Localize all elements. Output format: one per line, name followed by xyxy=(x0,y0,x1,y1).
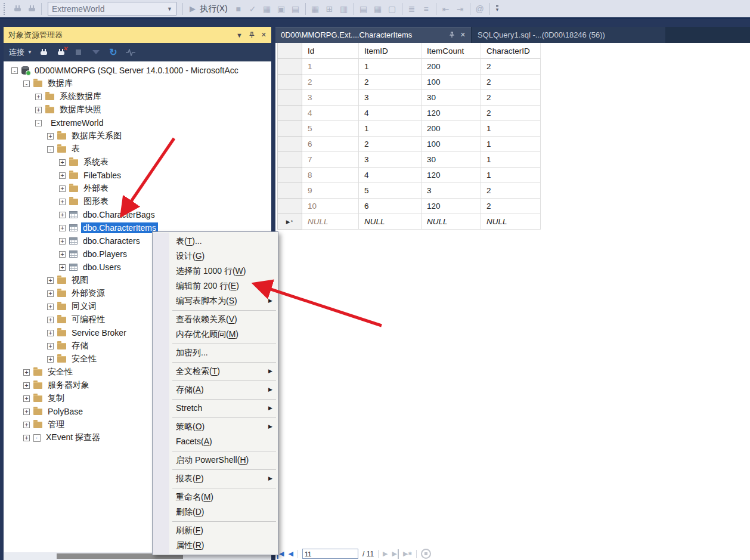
row-selector[interactable] xyxy=(277,137,302,152)
expand-toggle[interactable]: + xyxy=(23,422,30,428)
context-menu-item[interactable]: 全文检索(T)▶ xyxy=(153,364,278,379)
grid-cell[interactable]: 2 xyxy=(481,75,541,90)
tree-item[interactable]: +数据库快照 xyxy=(4,103,271,116)
change-connection-icon[interactable] xyxy=(24,2,39,16)
grid-cell[interactable]: 30 xyxy=(422,90,481,106)
toolbar-grip[interactable] xyxy=(4,3,8,15)
column-header[interactable]: ItemID xyxy=(359,43,422,59)
grid-cell[interactable]: 10 xyxy=(302,199,359,214)
tree-item[interactable]: +dbo.CharacterBags xyxy=(4,208,271,221)
grid-cell[interactable]: 2 xyxy=(481,59,541,75)
grid-cell[interactable]: 2 xyxy=(359,75,422,90)
grid-cell[interactable]: 2 xyxy=(302,75,359,90)
context-menu-item[interactable]: 策略(O)▶ xyxy=(153,419,278,434)
context-menu-item[interactable]: 内存优化顾问(M) xyxy=(153,327,278,342)
tree-item[interactable]: +系统表 xyxy=(4,156,271,169)
grid-cell[interactable]: 1 xyxy=(481,168,541,183)
row-selector[interactable] xyxy=(277,152,302,168)
context-menu-item[interactable]: 加密列... xyxy=(153,345,278,360)
context-menu-item[interactable]: Facets(A) xyxy=(153,434,278,449)
context-menu-item[interactable]: 重命名(M) xyxy=(153,490,278,505)
grid-cell[interactable]: 4 xyxy=(302,106,359,121)
include-actual-plan-icon[interactable]: ▦ xyxy=(308,2,323,16)
live-query-statistics-icon[interactable]: ⊞ xyxy=(323,2,337,16)
grid-cell[interactable]: 3 xyxy=(359,152,422,168)
expand-toggle[interactable]: + xyxy=(59,238,66,245)
context-menu-item[interactable]: 刷新(F) xyxy=(153,523,278,538)
row-selector[interactable] xyxy=(277,90,302,106)
last-record-button[interactable]: ▶ xyxy=(392,549,399,559)
connect-dropdown-button[interactable]: 连接 ▼ xyxy=(9,47,32,58)
tree-item[interactable]: -0D00\MMORPG (SQL Server 14.0.1000 - Mic… xyxy=(4,64,271,77)
expand-toggle[interactable]: + xyxy=(59,185,66,192)
expand-toggle[interactable]: + xyxy=(59,159,66,166)
grid-cell[interactable]: 8 xyxy=(302,168,359,183)
pin-icon[interactable] xyxy=(449,32,455,38)
grid-cell[interactable]: 5 xyxy=(359,183,422,199)
disconnect-icon[interactable]: ✕ xyxy=(56,47,67,58)
grid-cell[interactable]: NULL xyxy=(481,214,541,230)
grid-cell[interactable]: 100 xyxy=(422,75,481,90)
grid-cell[interactable]: 200 xyxy=(422,59,481,75)
expand-toggle[interactable]: - xyxy=(23,81,30,87)
row-selector[interactable] xyxy=(277,75,302,90)
expand-toggle[interactable]: + xyxy=(59,172,66,179)
query-options-icon[interactable]: ▣ xyxy=(274,2,289,16)
tree-item[interactable]: -表 xyxy=(4,143,271,156)
results-to-text-icon[interactable]: ▤ xyxy=(357,2,371,16)
expand-toggle[interactable]: + xyxy=(47,330,54,336)
grid-cell[interactable]: 120 xyxy=(422,106,481,121)
grid-cell[interactable]: 1 xyxy=(481,137,541,152)
comment-icon[interactable]: ≣ xyxy=(405,2,419,16)
expand-toggle[interactable]: + xyxy=(59,264,66,271)
expand-toggle[interactable]: + xyxy=(23,435,30,441)
expand-toggle[interactable]: + xyxy=(59,225,66,231)
intellisense-icon[interactable]: ▤ xyxy=(289,2,303,16)
tree-item[interactable]: +FileTables xyxy=(4,169,271,182)
grid-cell[interactable]: 30 xyxy=(422,152,481,168)
row-selector[interactable] xyxy=(277,106,302,121)
expand-toggle[interactable]: + xyxy=(47,290,54,297)
execute-button[interactable]: 执行(X) xyxy=(200,4,228,14)
expand-toggle[interactable]: + xyxy=(23,395,30,402)
close-icon[interactable]: ✕ xyxy=(460,31,466,39)
grid-cell[interactable]: 2 xyxy=(481,106,541,121)
stop-icon[interactable] xyxy=(73,47,84,58)
record-number-input[interactable] xyxy=(302,549,358,559)
new-record-button[interactable]: ▶✱ xyxy=(403,549,412,559)
expand-toggle[interactable]: + xyxy=(47,133,54,140)
select-all-cell[interactable] xyxy=(277,43,302,59)
grid-cell[interactable]: 6 xyxy=(359,199,422,214)
column-header[interactable]: Id xyxy=(302,43,359,59)
row-selector[interactable] xyxy=(277,199,302,214)
context-menu-item[interactable]: 表(T)... xyxy=(153,234,278,249)
grid-cell[interactable]: 100 xyxy=(422,137,481,152)
context-menu-item[interactable]: 编写表脚本为(S)▶ xyxy=(153,293,278,308)
pin-icon[interactable] xyxy=(249,32,255,39)
grid-cell[interactable]: 3 xyxy=(359,90,422,106)
tab-edit-characteritems[interactable]: 0D00\MMORPG.Ext....CharacterItems ✕ xyxy=(275,27,471,43)
row-selector[interactable] xyxy=(277,121,302,137)
row-selector[interactable] xyxy=(277,168,302,183)
execute-play-icon[interactable]: ▶ xyxy=(185,2,200,16)
expand-toggle[interactable]: + xyxy=(23,409,30,415)
tree-item[interactable]: -ExtremeWorld xyxy=(4,116,271,129)
row-selector[interactable] xyxy=(277,59,302,75)
grid-cell[interactable]: 120 xyxy=(422,199,481,214)
object-explorer-titlebar[interactable]: 对象资源管理器 ▼ ✕ xyxy=(4,27,271,43)
tab-sqlquery1[interactable]: SQLQuery1.sql -...(0D00\18246 (56)) xyxy=(472,27,665,43)
grid-cell[interactable]: 4 xyxy=(359,168,422,183)
context-menu-item[interactable]: 报表(P)▶ xyxy=(153,471,278,486)
expand-toggle[interactable]: + xyxy=(59,212,66,218)
grid-cell[interactable]: 1 xyxy=(359,59,422,75)
expand-toggle[interactable]: - xyxy=(35,120,42,126)
context-menu-item[interactable]: 属性(R) xyxy=(153,538,278,553)
grid-cell[interactable]: 6 xyxy=(302,137,359,152)
grid-cell[interactable]: 5 xyxy=(302,121,359,137)
stop-retrieval-button[interactable] xyxy=(421,549,431,559)
tree-item[interactable]: +图形表 xyxy=(4,195,271,208)
client-statistics-icon[interactable]: ▥ xyxy=(337,2,351,16)
grid-cell[interactable]: 200 xyxy=(422,121,481,137)
grid-cell[interactable]: 2 xyxy=(481,199,541,214)
filter-icon[interactable] xyxy=(91,47,101,58)
